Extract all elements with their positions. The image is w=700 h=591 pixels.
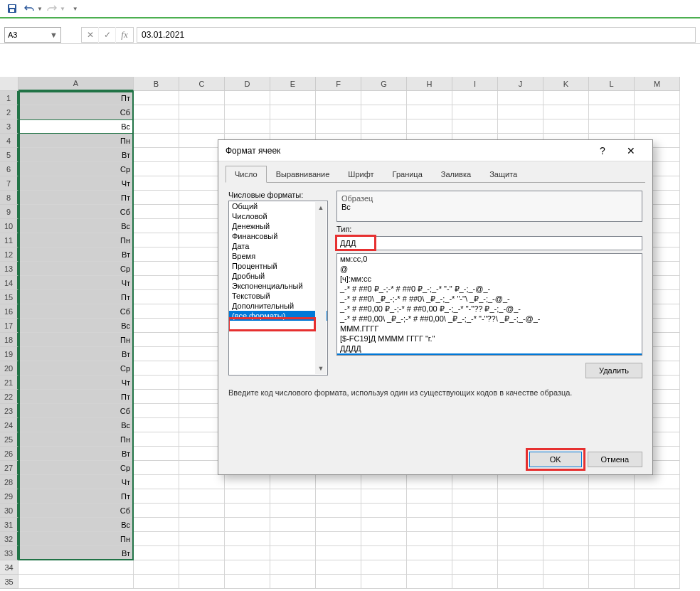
cell[interactable]: [134, 134, 179, 148]
undo-dropdown-icon[interactable]: ▼: [37, 6, 43, 12]
cell[interactable]: [589, 475, 635, 489]
format-item[interactable]: _-* # ##0,00 ₽_-;-* # ##0,00 ₽_-;_-* "-"…: [337, 304, 642, 314]
select-all-corner[interactable]: [0, 77, 18, 91]
cell[interactable]: [543, 489, 589, 504]
cell[interactable]: [543, 475, 589, 489]
cell[interactable]: Сб: [18, 404, 134, 418]
cell[interactable]: Вс: [18, 418, 134, 432]
format-item[interactable]: МММ.ГГГГ: [337, 324, 642, 334]
cell[interactable]: [134, 91, 179, 105]
cell[interactable]: [134, 546, 179, 560]
format-item[interactable]: ДДД: [337, 353, 642, 356]
row-header[interactable]: 29: [0, 489, 18, 504]
cancel-button[interactable]: Отмена: [588, 452, 642, 467]
cell[interactable]: [498, 532, 543, 546]
row-header[interactable]: 17: [0, 319, 18, 333]
dialog-tab[interactable]: Граница: [383, 166, 432, 183]
cell[interactable]: [361, 546, 407, 560]
cell[interactable]: [361, 532, 407, 546]
row-header[interactable]: 26: [0, 447, 18, 461]
row-header[interactable]: 16: [0, 304, 18, 319]
cell[interactable]: [134, 347, 179, 361]
fx-button[interactable]: fx: [116, 27, 133, 43]
cell[interactable]: [134, 489, 179, 504]
column-header[interactable]: M: [635, 77, 680, 91]
cell[interactable]: [134, 376, 179, 390]
cell[interactable]: [270, 475, 316, 489]
cell[interactable]: [452, 475, 498, 489]
dialog-tab[interactable]: Выравнивание: [267, 166, 339, 183]
cell[interactable]: [134, 304, 179, 319]
cell[interactable]: Пт: [18, 489, 134, 504]
cell[interactable]: [589, 575, 635, 589]
cell[interactable]: [407, 119, 452, 134]
formula-input[interactable]: 03.01.2021: [137, 27, 696, 43]
cell[interactable]: Вс: [18, 219, 134, 233]
cell[interactable]: [316, 119, 361, 134]
column-header[interactable]: G: [361, 77, 407, 91]
format-item[interactable]: [$-FC19]Д ММММ ГГГГ "г.": [337, 334, 642, 344]
cell[interactable]: [407, 91, 452, 105]
cell[interactable]: [635, 489, 680, 504]
cell[interactable]: [543, 546, 589, 560]
cell[interactable]: [134, 148, 179, 162]
name-box[interactable]: A3 ▼: [4, 27, 61, 43]
row-header[interactable]: 34: [0, 560, 18, 575]
cell[interactable]: Вс: [18, 518, 134, 532]
cell[interactable]: [498, 91, 543, 105]
cell[interactable]: [270, 560, 316, 575]
cell[interactable]: [270, 575, 316, 589]
cell[interactable]: [452, 518, 498, 532]
cell[interactable]: [361, 518, 407, 532]
row-header[interactable]: 10: [0, 219, 18, 233]
cell[interactable]: [635, 475, 680, 489]
cell[interactable]: [270, 532, 316, 546]
format-item[interactable]: _-* # ##0,00\ _₽_-;-* # ##0,00\ _₽_-;_-*…: [337, 314, 642, 324]
dialog-tab[interactable]: Число: [226, 166, 267, 183]
format-list[interactable]: мм:сс,0@[ч]:мм:сс_-* # ##0 ₽_-;-* # ##0 …: [336, 253, 642, 356]
enter-formula-icon[interactable]: ✓: [99, 27, 116, 43]
dialog-tab[interactable]: Шрифт: [339, 166, 383, 183]
category-item[interactable]: (все форматы): [229, 311, 327, 321]
format-item[interactable]: _-* # ##0\ _₽_-;-* # ##0\ _₽_-;_-* "-"\ …: [337, 294, 642, 304]
column-header[interactable]: L: [589, 77, 635, 91]
cell[interactable]: [134, 119, 179, 134]
row-header[interactable]: 21: [0, 376, 18, 390]
cell[interactable]: [589, 105, 635, 119]
cell[interactable]: [316, 546, 361, 560]
cell[interactable]: [134, 361, 179, 376]
row-header[interactable]: 6: [0, 162, 18, 176]
cell[interactable]: [179, 119, 225, 134]
cell[interactable]: [134, 333, 179, 347]
cell[interactable]: [134, 532, 179, 546]
cell[interactable]: [316, 91, 361, 105]
cell[interactable]: [316, 504, 361, 518]
row-header[interactable]: 28: [0, 475, 18, 489]
cell[interactable]: [543, 119, 589, 134]
row-header[interactable]: 11: [0, 233, 18, 247]
cell[interactable]: Чт: [18, 276, 134, 290]
cell[interactable]: [452, 105, 498, 119]
cell[interactable]: [134, 219, 179, 233]
cell[interactable]: [225, 119, 270, 134]
cell[interactable]: [134, 205, 179, 219]
cell[interactable]: Чт: [18, 475, 134, 489]
cell[interactable]: [225, 504, 270, 518]
cell[interactable]: Пн: [18, 432, 134, 447]
cell[interactable]: [635, 91, 680, 105]
cell[interactable]: [134, 105, 179, 119]
cell[interactable]: Ср: [18, 461, 134, 475]
cell[interactable]: [179, 560, 225, 575]
row-header[interactable]: 8: [0, 191, 18, 205]
row-header[interactable]: 4: [0, 134, 18, 148]
ok-button[interactable]: OK: [529, 452, 582, 467]
cell[interactable]: [134, 247, 179, 262]
cell[interactable]: [498, 504, 543, 518]
cell[interactable]: [407, 475, 452, 489]
cell[interactable]: [407, 518, 452, 532]
qat-customize-icon[interactable]: ▼: [73, 6, 78, 12]
cell[interactable]: [316, 575, 361, 589]
cell[interactable]: [134, 404, 179, 418]
cell[interactable]: [361, 475, 407, 489]
cell[interactable]: [225, 518, 270, 532]
